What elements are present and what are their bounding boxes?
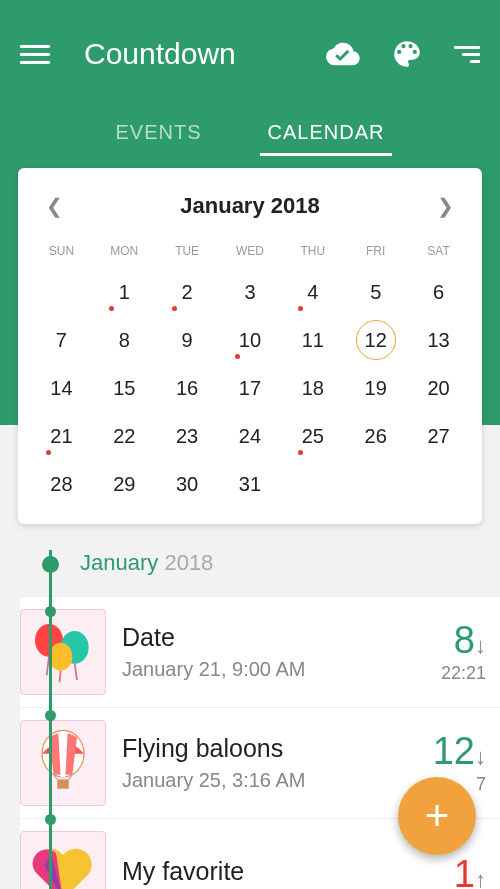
calendar-day xyxy=(407,460,470,508)
event-body: Flying baloonsJanuary 25, 3:16 AM xyxy=(122,734,433,792)
timeline-dot xyxy=(45,606,56,617)
calendar-day[interactable]: 14 xyxy=(30,364,93,412)
event-countdown: 1↑ xyxy=(454,855,486,889)
day-of-week-header: TUE xyxy=(156,238,219,268)
calendar-day[interactable]: 21 xyxy=(30,412,93,460)
calendar-day[interactable]: 28 xyxy=(30,460,93,508)
calendar-day[interactable]: 8 xyxy=(93,316,156,364)
menu-icon[interactable] xyxy=(20,45,50,64)
calendar-day xyxy=(281,460,344,508)
calendar-day[interactable]: 19 xyxy=(344,364,407,412)
day-of-week-header: FRI xyxy=(344,238,407,268)
event-countdown: 8↓22:21 xyxy=(441,621,486,684)
countdown-value: 12↓ xyxy=(433,732,486,770)
timeline-month: January xyxy=(80,550,158,575)
calendar-day[interactable]: 16 xyxy=(156,364,219,412)
plus-icon: + xyxy=(425,792,450,840)
direction-arrow-icon: ↓ xyxy=(475,633,486,658)
calendar-day[interactable]: 17 xyxy=(219,364,282,412)
calendar-day[interactable]: 30 xyxy=(156,460,219,508)
svg-rect-4 xyxy=(57,779,69,788)
calendar-day[interactable]: 3 xyxy=(219,268,282,316)
event-subtitle: January 25, 3:16 AM xyxy=(122,769,433,792)
event-row[interactable]: DateJanuary 21, 9:00 AM8↓22:21 xyxy=(20,596,500,707)
app-title: Countdown xyxy=(84,37,326,71)
cloud-check-icon[interactable] xyxy=(326,37,360,71)
calendar-day[interactable]: 20 xyxy=(407,364,470,412)
calendar-day xyxy=(30,268,93,316)
event-subtitle: January 21, 9:00 AM xyxy=(122,658,441,681)
direction-arrow-icon: ↑ xyxy=(475,867,486,889)
calendar-day[interactable]: 11 xyxy=(281,316,344,364)
day-of-week-header: SUN xyxy=(30,238,93,268)
countdown-value: 8↓ xyxy=(441,621,486,659)
calendar-day[interactable]: 24 xyxy=(219,412,282,460)
tab-events[interactable]: EVENTS xyxy=(108,109,210,156)
event-dot xyxy=(172,306,177,311)
day-of-week-header: THU xyxy=(281,238,344,268)
calendar-day[interactable]: 4 xyxy=(281,268,344,316)
tab-calendar[interactable]: CALENDAR xyxy=(260,109,393,156)
calendar-card: ❮ January 2018 ❯ SUNMONTUEWEDTHUFRISAT12… xyxy=(18,168,482,524)
countdown-value: 1↑ xyxy=(454,855,486,889)
calendar-day[interactable]: 13 xyxy=(407,316,470,364)
event-dot xyxy=(298,450,303,455)
event-body: My favorite xyxy=(122,857,454,890)
calendar-grid: SUNMONTUEWEDTHUFRISAT1234567891011121314… xyxy=(30,238,470,508)
calendar-day[interactable]: 2 xyxy=(156,268,219,316)
palette-icon[interactable] xyxy=(390,37,424,71)
calendar-day[interactable]: 31 xyxy=(219,460,282,508)
timeline-month-label: January 2018 xyxy=(18,550,500,596)
calendar-day[interactable]: 18 xyxy=(281,364,344,412)
calendar-day[interactable]: 9 xyxy=(156,316,219,364)
calendar-day[interactable]: 5 xyxy=(344,268,407,316)
top-bar: Countdown xyxy=(0,0,500,108)
event-body: DateJanuary 21, 9:00 AM xyxy=(122,623,441,681)
calendar-day[interactable]: 15 xyxy=(93,364,156,412)
calendar-day[interactable]: 7 xyxy=(30,316,93,364)
direction-arrow-icon: ↓ xyxy=(475,744,486,769)
calendar-day xyxy=(344,460,407,508)
calendar-day[interactable]: 26 xyxy=(344,412,407,460)
event-dot xyxy=(298,306,303,311)
event-title: Date xyxy=(122,623,441,652)
event-dot xyxy=(46,450,51,455)
svg-point-2 xyxy=(49,643,72,671)
timeline-dot xyxy=(45,710,56,721)
calendar-day[interactable]: 29 xyxy=(93,460,156,508)
event-title: Flying baloons xyxy=(122,734,433,763)
timeline-dot xyxy=(45,814,56,825)
calendar-day[interactable]: 1 xyxy=(93,268,156,316)
calendar-day[interactable]: 10 xyxy=(219,316,282,364)
sort-icon[interactable] xyxy=(454,46,480,63)
day-of-week-header: MON xyxy=(93,238,156,268)
event-dot xyxy=(235,354,240,359)
next-month-button[interactable]: ❯ xyxy=(433,190,458,222)
timeline-dot xyxy=(42,556,59,573)
event-dot xyxy=(109,306,114,311)
calendar-header: ❮ January 2018 ❯ xyxy=(30,184,470,238)
calendar-day[interactable]: 12 xyxy=(344,316,407,364)
prev-month-button[interactable]: ❮ xyxy=(42,190,67,222)
timeline-year: 2018 xyxy=(164,550,213,575)
toolbar-icons xyxy=(326,37,480,71)
calendar-day[interactable]: 27 xyxy=(407,412,470,460)
calendar-title: January 2018 xyxy=(180,193,319,219)
calendar-day[interactable]: 22 xyxy=(93,412,156,460)
event-icon-heart xyxy=(20,831,106,889)
day-of-week-header: SAT xyxy=(407,238,470,268)
day-of-week-header: WED xyxy=(219,238,282,268)
event-icon-balloons xyxy=(20,609,106,695)
event-icon-hot-air-balloon xyxy=(20,720,106,806)
event-title: My favorite xyxy=(122,857,454,886)
calendar-day[interactable]: 6 xyxy=(407,268,470,316)
calendar-day[interactable]: 23 xyxy=(156,412,219,460)
countdown-time: 22:21 xyxy=(441,663,486,684)
calendar-day[interactable]: 25 xyxy=(281,412,344,460)
add-event-fab[interactable]: + xyxy=(398,777,476,855)
tab-bar: EVENTS CALENDAR xyxy=(0,108,500,156)
